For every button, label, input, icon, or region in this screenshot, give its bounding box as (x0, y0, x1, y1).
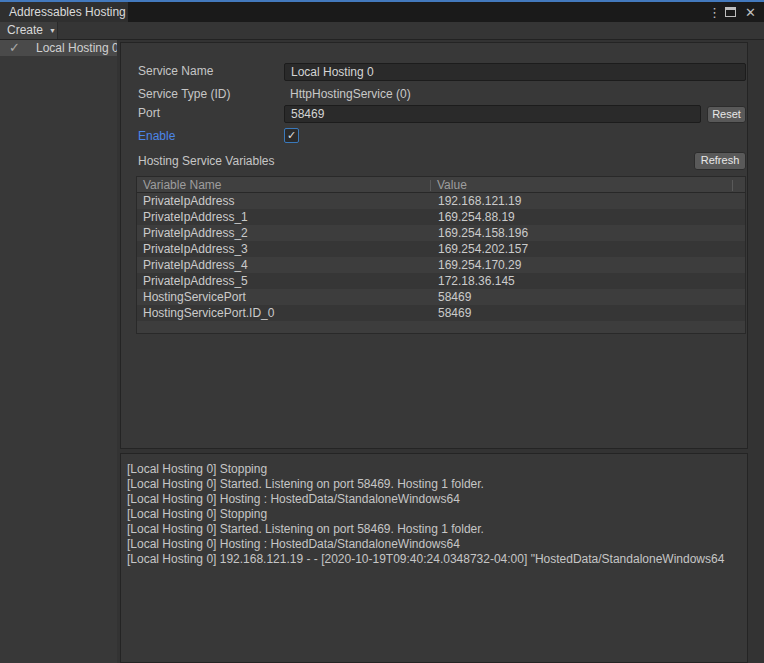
kebab-menu-icon[interactable]: ⋮ (708, 5, 716, 20)
log-line: [Local Hosting 0] Stopping (127, 462, 747, 477)
chevron-down-icon: ▼ (49, 27, 56, 34)
log-line: [Local Hosting 0] 192.168.121.19 - - [20… (127, 552, 747, 567)
tab-addressables-hosting[interactable]: Addressables Hosting (0, 2, 128, 22)
table-row[interactable]: HostingServicePort.ID_0 58469 (137, 305, 745, 321)
table-row[interactable]: PrivateIpAddress_4 169.254.170.29 (137, 257, 745, 273)
sidebar-item-label: Local Hosting 0 (36, 40, 117, 56)
services-sidebar: ✓ Local Hosting 0 (0, 40, 117, 663)
toolbar: Create▼ (0, 22, 764, 40)
tab-strip: Addressables Hosting ⋮ ✕ (0, 2, 764, 22)
variable-value-cell: 58469 (431, 305, 745, 321)
log-line: [Local Hosting 0] Hosting : HostedData/S… (127, 537, 747, 552)
window-controls: ⋮ ✕ (708, 2, 756, 22)
port-label: Port (138, 106, 160, 120)
variable-value-cell: 58469 (431, 289, 745, 305)
log-line: [Local Hosting 0] Started. Listening on … (127, 477, 747, 492)
reset-button[interactable]: Reset (707, 106, 746, 123)
variables-title: Hosting Service Variables (138, 154, 275, 168)
log-lines: [Local Hosting 0] Stopping [Local Hostin… (121, 454, 747, 567)
variables-table-body: PrivateIpAddress 192.168.121.19 PrivateI… (137, 193, 745, 321)
service-name-label: Service Name (138, 64, 213, 78)
column-header-stub (733, 177, 745, 192)
maximize-icon[interactable] (725, 7, 736, 17)
service-name-input[interactable] (284, 63, 746, 81)
variable-value-cell: 172.18.36.145 (431, 273, 745, 289)
create-dropdown-button[interactable]: Create▼ (0, 22, 58, 39)
table-row[interactable]: PrivateIpAddress_5 172.18.36.145 (137, 273, 745, 289)
service-type-label: Service Type (ID) (138, 87, 230, 101)
variable-name-cell: PrivateIpAddress_1 (137, 209, 431, 225)
variable-name-cell: PrivateIpAddress_2 (137, 225, 431, 241)
variable-name-cell: PrivateIpAddress_5 (137, 273, 431, 289)
variable-name-cell: PrivateIpAddress_3 (137, 241, 431, 257)
refresh-button[interactable]: Refresh (694, 152, 746, 170)
port-input[interactable] (284, 105, 701, 123)
variables-table: Variable Name Value PrivateIpAddress 192… (136, 176, 746, 334)
variable-name-cell: PrivateIpAddress (137, 193, 431, 209)
enable-label: Enable (138, 129, 175, 143)
variable-value-cell: 169.254.88.19 (431, 209, 745, 225)
table-row[interactable]: PrivateIpAddress_2 169.254.158.196 (137, 225, 745, 241)
enable-checkbox[interactable]: ✓ (284, 128, 299, 143)
table-row[interactable]: HostingServicePort 58469 (137, 289, 745, 305)
variable-value-cell: 169.254.170.29 (431, 257, 745, 273)
variable-value-cell: 192.168.121.19 (431, 193, 745, 209)
sidebar-item-local-hosting[interactable]: ✓ Local Hosting 0 (0, 40, 117, 56)
variables-table-header: Variable Name Value (137, 177, 745, 193)
create-label: Create (7, 23, 43, 37)
service-inspector-panel: Service Name Service Type (ID) HttpHosti… (120, 42, 748, 449)
log-line: [Local Hosting 0] Started. Listening on … (127, 522, 747, 537)
table-row[interactable]: PrivateIpAddress 192.168.121.19 (137, 193, 745, 209)
check-icon: ✓ (9, 40, 20, 56)
variable-name-cell: PrivateIpAddress_4 (137, 257, 431, 273)
close-icon[interactable]: ✕ (745, 5, 756, 20)
variable-value-cell: 169.254.158.196 (431, 225, 745, 241)
column-header-variable-name[interactable]: Variable Name (137, 177, 430, 192)
main-area: Service Name Service Type (ID) HttpHosti… (117, 40, 764, 663)
table-row[interactable]: PrivateIpAddress_1 169.254.88.19 (137, 209, 745, 225)
variable-value-cell: 169.254.202.157 (431, 241, 745, 257)
log-line: [Local Hosting 0] Stopping (127, 507, 747, 522)
variable-name-cell: HostingServicePort (137, 289, 431, 305)
table-row[interactable]: PrivateIpAddress_3 169.254.202.157 (137, 241, 745, 257)
variable-name-cell: HostingServicePort.ID_0 (137, 305, 431, 321)
log-line: [Local Hosting 0] Hosting : HostedData/S… (127, 492, 747, 507)
hosting-log-panel: [Local Hosting 0] Stopping [Local Hostin… (120, 453, 748, 663)
tab-title: Addressables Hosting (9, 5, 126, 19)
column-header-value[interactable]: Value (431, 177, 732, 192)
service-type-value: HttpHostingService (0) (290, 87, 411, 101)
